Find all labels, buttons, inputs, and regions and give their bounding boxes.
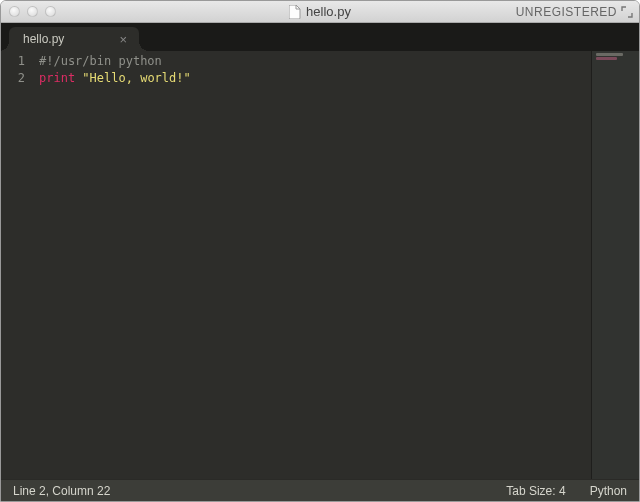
close-window-button[interactable] — [9, 6, 20, 17]
code-editor[interactable]: #!/usr/bin pythonprint "Hello, world!" — [31, 51, 591, 479]
tab-label: hello.py — [23, 32, 64, 46]
minimize-window-button[interactable] — [27, 6, 38, 17]
zoom-window-button[interactable] — [45, 6, 56, 17]
window-controls — [1, 6, 56, 17]
line-number-gutter: 12 — [1, 51, 31, 479]
syntax-language[interactable]: Python — [590, 484, 627, 498]
cursor-position[interactable]: Line 2, Column 22 — [13, 484, 110, 498]
title-right: UNREGISTERED — [516, 5, 639, 19]
titlebar: hello.py UNREGISTERED — [1, 1, 639, 23]
window-title: hello.py — [306, 4, 351, 19]
tab-hello-py[interactable]: hello.py × — [9, 27, 139, 51]
tab-bar: hello.py × — [1, 23, 639, 51]
line-number: 1 — [1, 53, 31, 70]
status-bar: Line 2, Column 22 Tab Size: 4 Python — [1, 479, 639, 501]
close-tab-button[interactable]: × — [117, 33, 129, 46]
code-line: print "Hello, world!" — [39, 70, 591, 87]
registration-status: UNREGISTERED — [516, 5, 617, 19]
file-icon — [289, 5, 301, 19]
expand-icon[interactable] — [621, 6, 633, 18]
tab-size[interactable]: Tab Size: 4 — [506, 484, 565, 498]
minimap[interactable] — [591, 51, 639, 479]
app-window: hello.py UNREGISTERED hello.py × 12 #!/u… — [0, 0, 640, 502]
code-line: #!/usr/bin python — [39, 53, 591, 70]
minimap-preview — [596, 53, 635, 61]
line-number: 2 — [1, 70, 31, 87]
editor-area: 12 #!/usr/bin pythonprint "Hello, world!… — [1, 51, 639, 479]
